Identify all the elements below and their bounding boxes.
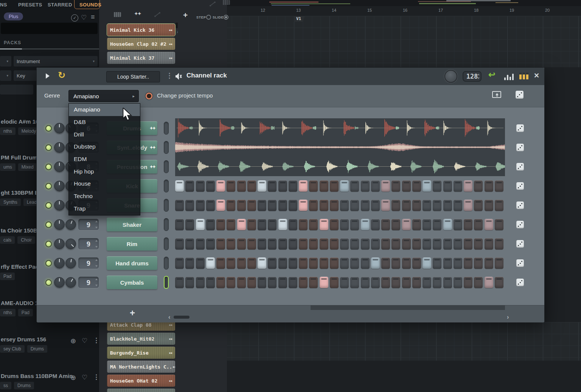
genre-menu-item-edm[interactable]: EDM [69, 153, 140, 166]
step-button[interactable] [216, 200, 225, 211]
step-button[interactable] [485, 200, 493, 211]
waveform-display[interactable] [175, 118, 505, 138]
step-button[interactable] [175, 180, 184, 192]
piano-view-icon[interactable] [113, 12, 121, 17]
step-button[interactable] [278, 238, 287, 249]
step-button[interactable] [320, 238, 328, 249]
sound-tag[interactable]: Mixed [18, 163, 37, 171]
waveform-display[interactable] [175, 138, 505, 157]
step-button[interactable] [371, 257, 380, 269]
step-button[interactable] [185, 200, 194, 211]
channel-enable-led[interactable] [45, 164, 52, 170]
step-button[interactable] [320, 219, 328, 230]
step-button[interactable] [258, 219, 266, 230]
step-button[interactable] [381, 257, 390, 269]
step-button[interactable] [464, 277, 472, 288]
step-button[interactable] [227, 277, 235, 288]
sound-tag[interactable]: Drums [14, 382, 34, 389]
browser-tab-presets[interactable]: PRESETS [18, 2, 42, 8]
instrument-dropdown[interactable]: Instrument▾ [14, 56, 98, 67]
add-channel-button[interactable]: + [130, 308, 135, 318]
close-icon[interactable]: ✕ [534, 71, 539, 80]
step-button[interactable] [391, 257, 400, 269]
channel-button[interactable]: MA NorthernLights C..✦✦ [107, 361, 175, 373]
link-view-icon[interactable] [154, 11, 161, 18]
step-button[interactable] [391, 238, 400, 249]
step-button[interactable] [309, 180, 318, 192]
step-button[interactable] [258, 200, 266, 211]
favorite-icon[interactable]: ♡ [82, 373, 87, 381]
step-button[interactable] [196, 238, 205, 249]
step-button[interactable] [258, 277, 266, 288]
mixer-target-button[interactable] [164, 180, 169, 192]
step-button[interactable] [350, 200, 359, 211]
step-button[interactable] [216, 238, 225, 249]
step-button[interactable] [299, 180, 308, 192]
step-button[interactable] [278, 180, 287, 192]
step-button[interactable] [474, 238, 483, 249]
step-button[interactable] [175, 277, 184, 288]
step-button[interactable] [278, 277, 287, 288]
step-button[interactable] [474, 257, 483, 269]
volume-knob[interactable] [65, 239, 76, 249]
step-button[interactable] [361, 180, 370, 192]
sound-tag[interactable]: Pad [0, 273, 15, 280]
pan-knob[interactable] [54, 123, 65, 133]
step-button[interactable] [330, 219, 339, 230]
step-button[interactable] [196, 257, 205, 269]
genre-menu-item-hip-hop[interactable]: Hip hop [69, 165, 140, 178]
channel-number-display[interactable]: 9 [78, 219, 99, 230]
step-button[interactable] [216, 219, 225, 230]
step-button[interactable] [237, 277, 246, 288]
sound-tag[interactable]: ums [0, 163, 16, 171]
step-button[interactable] [443, 219, 452, 230]
step-button[interactable] [402, 200, 411, 211]
sound-tag[interactable]: nths [0, 127, 16, 135]
step-button[interactable] [340, 277, 349, 288]
step-button[interactable] [423, 219, 431, 230]
step-button[interactable] [412, 238, 421, 249]
step-button[interactable] [320, 180, 328, 192]
step-button[interactable] [247, 257, 256, 269]
step-button[interactable] [278, 257, 287, 269]
step-button[interactable] [474, 200, 483, 211]
mixer-target-button[interactable] [164, 218, 169, 231]
step-button[interactable] [443, 200, 452, 211]
pan-knob[interactable] [54, 181, 65, 191]
scroll-left-icon[interactable]: ‹ [168, 314, 170, 321]
sound-tag[interactable]: Pad [18, 309, 33, 316]
step-button[interactable] [361, 200, 370, 211]
step-button[interactable] [340, 219, 349, 230]
step-button[interactable] [237, 180, 246, 192]
step-button[interactable] [330, 200, 339, 211]
step-button[interactable] [361, 219, 370, 230]
step-button[interactable] [381, 180, 390, 192]
step-button[interactable] [371, 277, 380, 288]
pan-knob[interactable] [54, 258, 65, 268]
sound-item-title[interactable]: ersey Drums 156 [1, 336, 46, 342]
mixer-target-button[interactable] [164, 257, 169, 270]
step-button[interactable] [423, 238, 431, 249]
step-button[interactable] [299, 200, 308, 211]
step-button[interactable] [423, 277, 431, 288]
step-button[interactable] [309, 238, 318, 249]
mixer-target-button[interactable] [164, 122, 169, 135]
step-button[interactable] [350, 219, 359, 230]
channel-name-button[interactable]: Cymbals [107, 276, 157, 289]
sound-item-title[interactable]: Drums Bass 110BPM Amin [1, 373, 73, 379]
channel-number-display[interactable]: 9 [78, 257, 99, 269]
step-button[interactable] [237, 200, 246, 211]
step-button[interactable] [454, 257, 462, 269]
plus-badge[interactable]: Plus [4, 12, 23, 20]
step-toggle[interactable] [206, 15, 211, 20]
step-button[interactable] [196, 219, 205, 230]
step-button[interactable] [474, 219, 483, 230]
channel-enable-led[interactable] [45, 125, 52, 132]
wave-view-icon[interactable]: ✦✦ [134, 11, 140, 17]
browser-tab-starred[interactable]: STARRED [48, 2, 72, 8]
step-button[interactable] [350, 238, 359, 249]
step-button[interactable] [206, 200, 215, 211]
step-button[interactable] [433, 219, 441, 230]
step-button[interactable] [227, 200, 235, 211]
step-button[interactable] [381, 277, 390, 288]
